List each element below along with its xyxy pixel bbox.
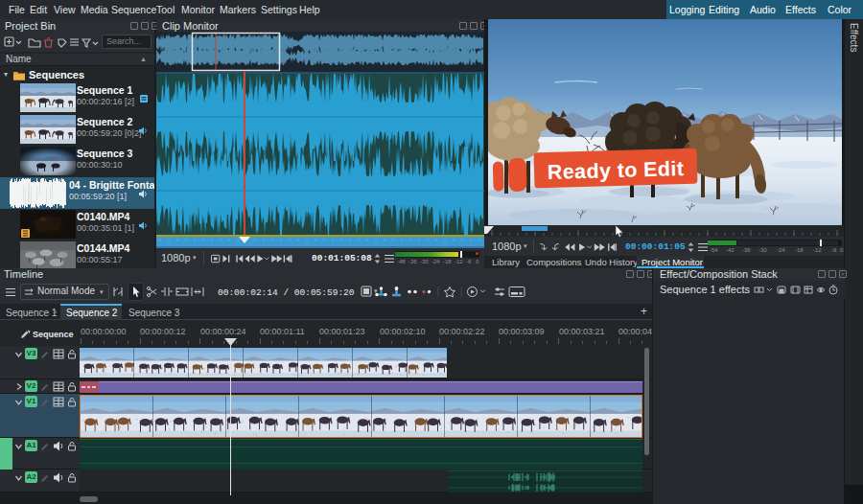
svg-text:Ready to Edit: Ready to Edit [547,157,684,184]
